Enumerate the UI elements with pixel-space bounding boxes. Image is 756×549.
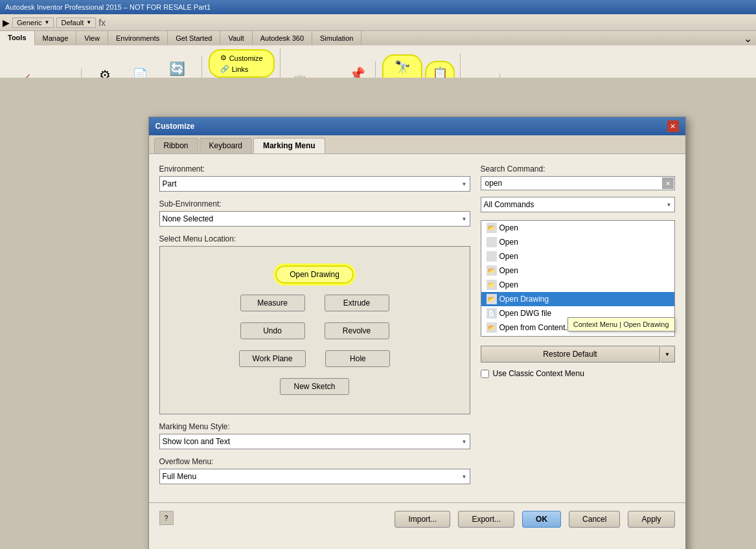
generic-dropdown-arrow: ▼	[45, 19, 50, 25]
exchange-icon: 🔄	[167, 58, 188, 79]
tab-view[interactable]: View	[76, 31, 108, 45]
ribbon-tabs: Tools Manage View Environments Get Start…	[0, 31, 756, 45]
generic-dropdown[interactable]: Generic ▼	[12, 17, 54, 28]
dialog-overlay: Customize ✕ Ribbon Keyboard Marking Menu…	[78, 97, 756, 131]
ribbon-item-links[interactable]: 🔗 Links	[218, 64, 266, 74]
customize-dialog: Customize ✕ Ribbon Keyboard Marking Menu…	[148, 117, 686, 131]
tab-autodesk-360[interactable]: Autodesk 360	[253, 31, 312, 45]
default-dropdown[interactable]: Default ▼	[56, 17, 96, 28]
tab-get-started[interactable]: Get Started	[168, 31, 220, 45]
find-component-icon: 🔭	[392, 57, 413, 78]
dialog-close-button[interactable]: ✕	[667, 120, 679, 131]
app-title: Autodesk Inventor Professional 2015 – NO…	[5, 3, 211, 11]
quick-access-toolbar: ▶ Generic ▼ Default ▼ fx	[0, 14, 756, 31]
fx-symbol: fx	[98, 17, 106, 28]
links-icon: 🔗	[220, 65, 229, 73]
default-dropdown-arrow: ▼	[86, 19, 91, 25]
dialog-title-bar: Customize ✕	[149, 117, 685, 131]
expand-ribbon-btn[interactable]: ⌄	[740, 31, 756, 45]
tab-vault[interactable]: Vault	[220, 31, 252, 45]
customize-icon: ⚙	[220, 54, 227, 62]
tab-tools[interactable]: Tools	[0, 31, 35, 45]
tab-simulation[interactable]: Simulation	[312, 31, 361, 45]
main-area: Customize ✕ Ribbon Keyboard Marking Menu…	[0, 78, 756, 131]
ribbon-item-customize[interactable]: ⚙ Customize	[218, 53, 266, 63]
title-bar: Autodesk Inventor Professional 2015 – NO…	[0, 0, 756, 14]
quick-access-menu-btn[interactable]: ▶	[3, 17, 10, 28]
tab-environments[interactable]: Environments	[108, 31, 168, 45]
tab-manage[interactable]: Manage	[35, 31, 77, 45]
dialog-title: Customize	[155, 122, 195, 131]
